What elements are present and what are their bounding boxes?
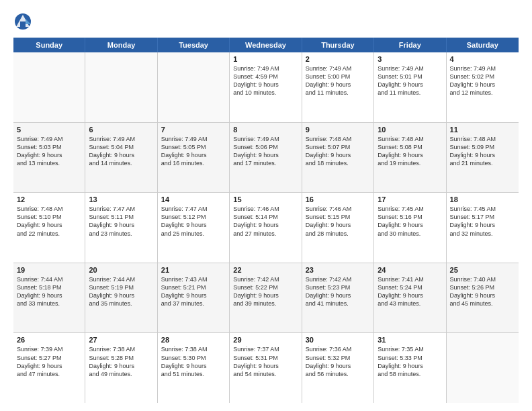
- day-number: 3: [378, 55, 442, 63]
- calendar-cell: 23Sunrise: 7:42 AMSunset: 5:23 PMDayligh…: [302, 263, 374, 333]
- cell-line: Sunset: 5:30 PM: [161, 354, 226, 362]
- cell-line: Sunrise: 7:49 AM: [161, 135, 226, 143]
- cell-line: and 18 minutes.: [306, 159, 370, 167]
- cell-line: and 47 minutes.: [17, 370, 81, 378]
- calendar-cell: 28Sunrise: 7:38 AMSunset: 5:30 PMDayligh…: [158, 333, 230, 403]
- calendar-cell: 30Sunrise: 7:36 AMSunset: 5:32 PMDayligh…: [302, 333, 374, 403]
- cell-line: Sunrise: 7:38 AM: [89, 345, 153, 353]
- calendar-cell: 6Sunrise: 7:49 AMSunset: 5:04 PMDaylight…: [85, 123, 157, 193]
- cell-line: and 17 minutes.: [233, 159, 298, 167]
- cell-line: Daylight: 9 hours: [450, 81, 515, 89]
- header-day-saturday: Saturday: [447, 38, 519, 52]
- day-number: 22: [233, 266, 298, 274]
- calendar-cell: 3Sunrise: 7:49 AMSunset: 5:01 PMDaylight…: [374, 52, 446, 122]
- day-number: 23: [306, 266, 370, 274]
- cell-line: and 14 minutes.: [89, 159, 153, 167]
- cell-line: Sunset: 5:11 PM: [89, 213, 153, 221]
- cell-line: Sunrise: 7:40 AM: [450, 275, 515, 283]
- cell-line: Sunset: 5:05 PM: [161, 143, 226, 151]
- calendar-cell: 20Sunrise: 7:44 AMSunset: 5:19 PMDayligh…: [85, 263, 157, 333]
- cell-line: Sunrise: 7:36 AM: [306, 345, 370, 353]
- cell-line: and 19 minutes.: [378, 159, 442, 167]
- calendar-cell: 8Sunrise: 7:49 AMSunset: 5:06 PMDaylight…: [230, 123, 302, 193]
- day-number: 28: [161, 336, 226, 344]
- calendar-cell: 17Sunrise: 7:45 AMSunset: 5:16 PMDayligh…: [374, 193, 446, 263]
- cell-line: and 35 minutes.: [89, 300, 153, 308]
- cell-line: and 51 minutes.: [161, 370, 226, 378]
- header-day-sunday: Sunday: [13, 38, 85, 52]
- cell-line: and 16 minutes.: [161, 159, 226, 167]
- cell-line: and 33 minutes.: [17, 300, 81, 308]
- cell-line: Daylight: 9 hours: [233, 291, 298, 300]
- day-number: 31: [378, 336, 442, 344]
- calendar-row-5: 26Sunrise: 7:39 AMSunset: 5:27 PMDayligh…: [13, 333, 519, 403]
- cell-line: and 56 minutes.: [306, 370, 370, 378]
- cell-line: Daylight: 9 hours: [450, 291, 515, 300]
- calendar-cell: 25Sunrise: 7:40 AMSunset: 5:26 PMDayligh…: [447, 263, 519, 333]
- cell-line: Daylight: 9 hours: [306, 291, 370, 300]
- cell-line: Sunset: 5:19 PM: [89, 283, 153, 291]
- day-number: 20: [89, 266, 153, 274]
- cell-line: Sunrise: 7:44 AM: [89, 275, 153, 283]
- cell-line: and 37 minutes.: [161, 300, 226, 308]
- cell-line: Sunset: 5:31 PM: [233, 354, 298, 362]
- day-number: 29: [233, 336, 298, 344]
- cell-line: Sunset: 5:22 PM: [233, 283, 298, 291]
- cell-line: Daylight: 9 hours: [89, 291, 153, 300]
- day-number: 16: [306, 195, 370, 203]
- calendar-cell: [158, 52, 230, 122]
- cell-line: Sunrise: 7:48 AM: [450, 135, 515, 143]
- cell-line: Sunset: 5:08 PM: [378, 143, 442, 151]
- calendar-cell: [447, 333, 519, 403]
- cell-line: and 30 minutes.: [378, 230, 442, 238]
- day-number: 13: [89, 195, 153, 203]
- day-number: 5: [17, 126, 81, 134]
- cell-line: and 22 minutes.: [17, 230, 81, 238]
- cell-line: Sunset: 5:01 PM: [378, 73, 442, 81]
- cell-line: and 11 minutes.: [306, 89, 370, 97]
- cell-line: Sunset: 4:59 PM: [233, 73, 298, 81]
- cell-line: Daylight: 9 hours: [306, 151, 370, 159]
- day-number: 10: [378, 126, 442, 134]
- cell-line: Sunset: 5:06 PM: [233, 143, 298, 151]
- cell-line: Sunrise: 7:49 AM: [450, 64, 515, 73]
- calendar-cell: 24Sunrise: 7:41 AMSunset: 5:24 PMDayligh…: [374, 263, 446, 333]
- day-number: 27: [89, 336, 153, 344]
- calendar-cell: 29Sunrise: 7:37 AMSunset: 5:31 PMDayligh…: [230, 333, 302, 403]
- cell-line: Sunrise: 7:41 AM: [378, 275, 442, 283]
- cell-line: and 21 minutes.: [450, 159, 515, 167]
- day-number: 7: [161, 126, 226, 134]
- cell-line: and 28 minutes.: [306, 230, 370, 238]
- cell-line: Daylight: 9 hours: [161, 221, 226, 229]
- cell-line: Sunrise: 7:46 AM: [233, 205, 298, 213]
- cell-line: Sunrise: 7:37 AM: [233, 345, 298, 353]
- cell-line: and 43 minutes.: [378, 300, 442, 308]
- header-day-friday: Friday: [374, 38, 446, 52]
- calendar-cell: 7Sunrise: 7:49 AMSunset: 5:05 PMDaylight…: [158, 123, 230, 193]
- cell-line: Daylight: 9 hours: [378, 291, 442, 300]
- cell-line: Sunset: 5:17 PM: [450, 213, 515, 221]
- cell-line: Daylight: 9 hours: [306, 81, 370, 89]
- cell-line: Sunset: 5:32 PM: [306, 354, 370, 362]
- day-number: 12: [17, 195, 81, 203]
- cell-line: and 39 minutes.: [233, 300, 298, 308]
- cell-line: and 13 minutes.: [17, 159, 81, 167]
- cell-line: Sunset: 5:07 PM: [306, 143, 370, 151]
- cell-line: Sunrise: 7:45 AM: [450, 205, 515, 213]
- calendar-cell: 4Sunrise: 7:49 AMSunset: 5:02 PMDaylight…: [447, 52, 519, 122]
- cell-line: Sunrise: 7:49 AM: [378, 64, 442, 73]
- cell-line: Sunrise: 7:49 AM: [17, 135, 81, 143]
- calendar-body: 1Sunrise: 7:49 AMSunset: 4:59 PMDaylight…: [13, 52, 519, 403]
- cell-line: Sunrise: 7:45 AM: [378, 205, 442, 213]
- cell-line: Sunset: 5:12 PM: [161, 213, 226, 221]
- cell-line: Sunrise: 7:35 AM: [378, 345, 442, 353]
- cell-line: Daylight: 9 hours: [161, 362, 226, 370]
- calendar-cell: 18Sunrise: 7:45 AMSunset: 5:17 PMDayligh…: [447, 193, 519, 263]
- cell-line: Sunrise: 7:49 AM: [306, 64, 370, 73]
- cell-line: Sunset: 5:14 PM: [233, 213, 298, 221]
- cell-line: Sunrise: 7:49 AM: [233, 135, 298, 143]
- header-day-tuesday: Tuesday: [158, 38, 230, 52]
- cell-line: Daylight: 9 hours: [17, 291, 81, 300]
- cell-line: Sunrise: 7:48 AM: [378, 135, 442, 143]
- cell-line: Sunset: 5:16 PM: [378, 213, 442, 221]
